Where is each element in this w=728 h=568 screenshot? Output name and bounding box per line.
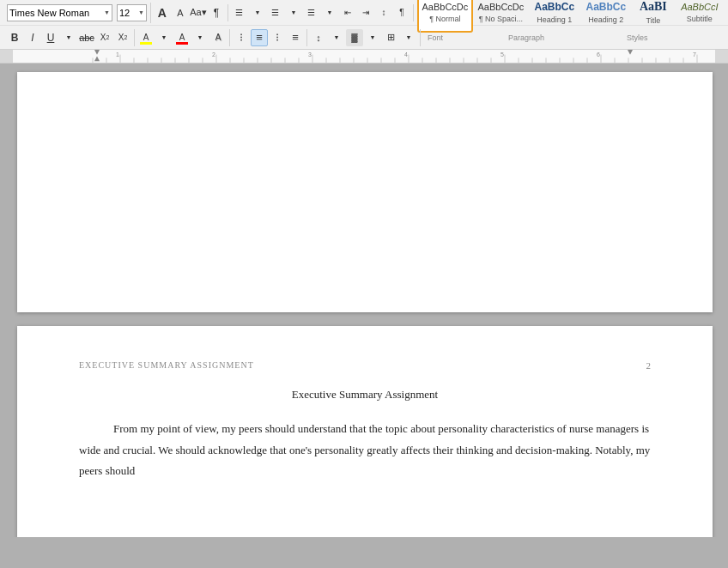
style-title-preview: AaBI xyxy=(640,0,667,15)
sort-btn[interactable]: ↕ xyxy=(375,4,392,21)
font-color-btn[interactable]: A xyxy=(173,29,191,46)
shading-btn[interactable]: ▓ xyxy=(346,29,363,46)
numbering-btn[interactable]: ☰ xyxy=(267,4,284,21)
multilevel-drop[interactable]: ▼ xyxy=(321,4,338,21)
borders-drop[interactable]: ▼ xyxy=(400,29,417,46)
shading-drop[interactable]: ▼ xyxy=(364,29,381,46)
ribbon: ▼ ▼ A A Aa▾ ¶ ☰ ▼ ☰ ▼ ☰ ▼ ⇤ ⇥ ↕ ¶ xyxy=(0,0,728,63)
style-subtitle-preview: AaBbCcI xyxy=(681,2,718,13)
paragraph-section-label: Paragraph xyxy=(501,33,551,42)
strikethrough-btn[interactable]: abc xyxy=(78,29,95,46)
style-normal-preview: AaBbCcDc xyxy=(422,2,468,13)
font-name-combo[interactable]: ▼ xyxy=(7,4,112,21)
text-effect-btn[interactable]: A xyxy=(209,29,227,46)
style-normal[interactable]: AaBbCcDc ¶ Normal xyxy=(417,0,473,33)
bullets-drop[interactable]: ▼ xyxy=(249,4,266,21)
borders-btn[interactable]: ⊞ xyxy=(382,29,399,46)
grow-font-btn[interactable]: A xyxy=(154,4,171,21)
svg-text:1: 1 xyxy=(116,52,119,58)
style-normal-label: ¶ Normal xyxy=(429,15,460,23)
font-name-arrow[interactable]: ▼ xyxy=(102,9,112,15)
svg-rect-0 xyxy=(0,50,728,63)
page-number: 2 xyxy=(646,360,652,371)
decrease-indent-btn[interactable]: ⇤ xyxy=(339,4,356,21)
font-size-input[interactable] xyxy=(118,8,136,18)
font-size-controls: A A Aa▾ ¶ xyxy=(151,4,228,21)
body-text: From my point of view, my peers should u… xyxy=(79,422,650,477)
style-heading1-label: Heading 1 xyxy=(537,15,572,24)
list-controls: ☰ ▼ ☰ ▼ ☰ ▼ ⇤ ⇥ ↕ ¶ xyxy=(228,4,414,21)
subscript-btn[interactable]: X2 xyxy=(96,29,113,46)
svg-text:6: 6 xyxy=(597,52,600,58)
section-labels: Font Paragraph Styles xyxy=(421,33,725,42)
font-size-combo[interactable]: ▼ xyxy=(117,4,147,21)
svg-text:3: 3 xyxy=(308,52,312,58)
spacing-group: ↕ ▼ ▓ ▼ ⊞ ▼ xyxy=(307,29,421,46)
svg-text:2: 2 xyxy=(212,52,215,58)
page-2: EXECUTIVE SUMMARY ASSIGNMENT 2 Executive… xyxy=(17,326,713,537)
style-heading2-preview: AaBbCc xyxy=(586,1,627,13)
styles-section: AaBbCcDc ¶ Normal AaBbCcDc ¶ No Spaci...… xyxy=(414,0,725,33)
align-right-btn[interactable]: ⁝ xyxy=(269,29,286,46)
italic-btn[interactable]: I xyxy=(24,29,41,46)
font-name-group: ▼ ▼ xyxy=(3,3,151,23)
svg-text:4: 4 xyxy=(404,52,408,58)
svg-text:5: 5 xyxy=(500,52,504,58)
increase-indent-btn[interactable]: ⇥ xyxy=(357,4,374,21)
text-highlight-drop[interactable]: ▼ xyxy=(155,29,173,46)
align-left-btn[interactable]: ⁝ xyxy=(233,29,250,46)
show-para-btn[interactable]: ¶ xyxy=(393,4,410,21)
justify-btn[interactable]: ≡ xyxy=(287,29,304,46)
font-format-group: B I U ▼ abc X2 X2 xyxy=(3,29,135,46)
numbering-drop[interactable]: ▼ xyxy=(285,4,302,21)
doc-title: Executive Summary Assignment xyxy=(79,388,651,402)
font-size-arrow[interactable]: ▼ xyxy=(136,9,146,15)
underline-btn[interactable]: U xyxy=(42,29,59,46)
clear-formatting-btn[interactable]: ¶ xyxy=(208,4,225,21)
doc-body[interactable]: From my point of view, my peers should u… xyxy=(79,419,651,482)
align-center-btn[interactable]: ≡ xyxy=(251,29,268,46)
font-color-drop[interactable]: ▼ xyxy=(191,29,209,46)
document-area[interactable]: EXECUTIVE SUMMARY ASSIGNMENT 2 Executive… xyxy=(0,63,728,537)
line-spacing-btn[interactable]: ↕ xyxy=(310,29,327,46)
bullets-btn[interactable]: ☰ xyxy=(231,4,248,21)
text-effects-group: A ▼ A ▼ A xyxy=(135,29,230,46)
page-header-title: EXECUTIVE SUMMARY ASSIGNMENT xyxy=(79,360,254,370)
shrink-font-btn[interactable]: A xyxy=(172,4,189,21)
change-case-btn[interactable]: Aa▾ xyxy=(190,4,207,21)
style-title-label: Title xyxy=(646,16,661,25)
bold-btn[interactable]: B xyxy=(6,29,23,46)
style-title[interactable]: AaBI Title xyxy=(632,0,675,33)
svg-rect-1 xyxy=(0,50,13,63)
style-no-spacing-label: ¶ No Spaci... xyxy=(479,15,523,23)
font-section-label: Font xyxy=(421,33,450,42)
line-spacing-drop[interactable]: ▼ xyxy=(328,29,345,46)
svg-rect-2 xyxy=(715,50,728,63)
style-heading1-preview: AaBbCc xyxy=(535,1,575,13)
font-name-input[interactable] xyxy=(8,8,102,18)
text-highlight-btn[interactable]: A xyxy=(137,29,155,46)
superscript-btn[interactable]: X2 xyxy=(114,29,131,46)
page-1 xyxy=(17,72,713,312)
style-heading2[interactable]: AaBbCc Heading 2 xyxy=(580,0,632,33)
style-no-spacing[interactable]: AaBbCcDc ¶ No Spaci... xyxy=(473,0,529,33)
underline-drop[interactable]: ▼ xyxy=(60,29,77,46)
page-header: EXECUTIVE SUMMARY ASSIGNMENT 2 xyxy=(79,360,651,371)
styles-section-label: Styles xyxy=(620,33,655,42)
alignment-group: ⁝ ≡ ⁝ ≡ xyxy=(230,29,307,46)
style-no-spacing-preview: AaBbCcDc xyxy=(477,2,524,13)
multilevel-btn[interactable]: ☰ xyxy=(303,4,320,21)
style-subtitle[interactable]: AaBbCcI Subtitle xyxy=(675,0,725,33)
svg-text:7: 7 xyxy=(693,52,696,58)
ruler: 1 2 3 4 5 6 7 xyxy=(0,50,728,63)
style-heading2-label: Heading 2 xyxy=(588,15,623,24)
style-heading1[interactable]: AaBbCc Heading 1 xyxy=(529,0,580,33)
style-subtitle-label: Subtitle xyxy=(687,15,713,23)
